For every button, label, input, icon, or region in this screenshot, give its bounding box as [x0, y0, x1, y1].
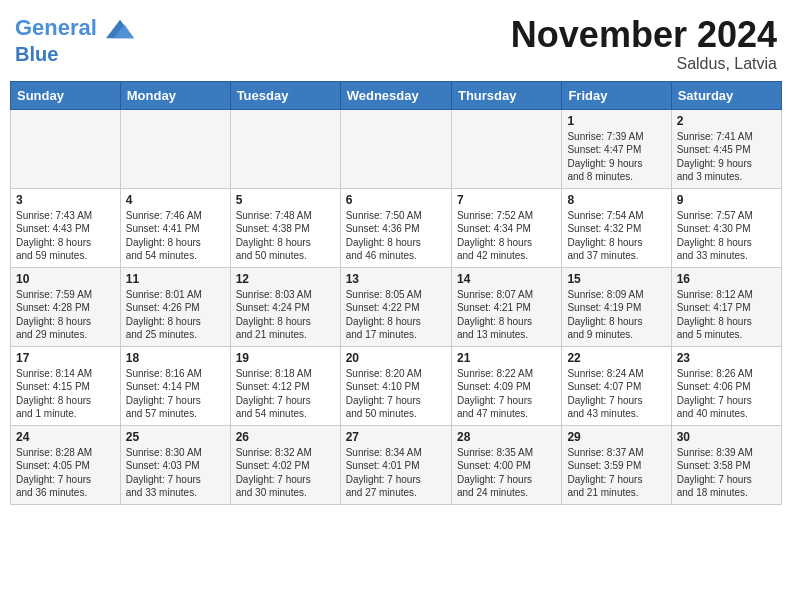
weekday-header-monday: Monday	[120, 81, 230, 109]
day-info: Sunrise: 7:48 AM Sunset: 4:38 PM Dayligh…	[236, 209, 335, 263]
day-info: Sunrise: 8:37 AM Sunset: 3:59 PM Dayligh…	[567, 446, 665, 500]
day-info: Sunrise: 8:28 AM Sunset: 4:05 PM Dayligh…	[16, 446, 115, 500]
calendar-cell: 14Sunrise: 8:07 AM Sunset: 4:21 PM Dayli…	[451, 267, 561, 346]
calendar-cell: 1Sunrise: 7:39 AM Sunset: 4:47 PM Daylig…	[562, 109, 671, 188]
day-info: Sunrise: 8:39 AM Sunset: 3:58 PM Dayligh…	[677, 446, 776, 500]
day-number: 8	[567, 193, 665, 207]
day-info: Sunrise: 8:24 AM Sunset: 4:07 PM Dayligh…	[567, 367, 665, 421]
day-info: Sunrise: 8:35 AM Sunset: 4:00 PM Dayligh…	[457, 446, 556, 500]
day-info: Sunrise: 7:54 AM Sunset: 4:32 PM Dayligh…	[567, 209, 665, 263]
day-number: 17	[16, 351, 115, 365]
week-row-5: 24Sunrise: 8:28 AM Sunset: 4:05 PM Dayli…	[11, 425, 782, 504]
day-number: 10	[16, 272, 115, 286]
calendar-cell	[120, 109, 230, 188]
calendar-cell: 13Sunrise: 8:05 AM Sunset: 4:22 PM Dayli…	[340, 267, 451, 346]
day-info: Sunrise: 7:46 AM Sunset: 4:41 PM Dayligh…	[126, 209, 225, 263]
day-info: Sunrise: 7:59 AM Sunset: 4:28 PM Dayligh…	[16, 288, 115, 342]
day-number: 5	[236, 193, 335, 207]
day-info: Sunrise: 7:41 AM Sunset: 4:45 PM Dayligh…	[677, 130, 776, 184]
calendar-cell: 21Sunrise: 8:22 AM Sunset: 4:09 PM Dayli…	[451, 346, 561, 425]
day-info: Sunrise: 8:26 AM Sunset: 4:06 PM Dayligh…	[677, 367, 776, 421]
day-number: 19	[236, 351, 335, 365]
weekday-header-row: SundayMondayTuesdayWednesdayThursdayFrid…	[11, 81, 782, 109]
day-info: Sunrise: 7:50 AM Sunset: 4:36 PM Dayligh…	[346, 209, 446, 263]
day-number: 15	[567, 272, 665, 286]
calendar-cell: 19Sunrise: 8:18 AM Sunset: 4:12 PM Dayli…	[230, 346, 340, 425]
day-number: 7	[457, 193, 556, 207]
calendar-cell: 12Sunrise: 8:03 AM Sunset: 4:24 PM Dayli…	[230, 267, 340, 346]
day-info: Sunrise: 8:22 AM Sunset: 4:09 PM Dayligh…	[457, 367, 556, 421]
day-info: Sunrise: 8:07 AM Sunset: 4:21 PM Dayligh…	[457, 288, 556, 342]
day-number: 24	[16, 430, 115, 444]
day-info: Sunrise: 7:52 AM Sunset: 4:34 PM Dayligh…	[457, 209, 556, 263]
calendar-cell: 27Sunrise: 8:34 AM Sunset: 4:01 PM Dayli…	[340, 425, 451, 504]
day-info: Sunrise: 8:34 AM Sunset: 4:01 PM Dayligh…	[346, 446, 446, 500]
calendar-cell: 7Sunrise: 7:52 AM Sunset: 4:34 PM Daylig…	[451, 188, 561, 267]
week-row-2: 3Sunrise: 7:43 AM Sunset: 4:43 PM Daylig…	[11, 188, 782, 267]
day-info: Sunrise: 8:09 AM Sunset: 4:19 PM Dayligh…	[567, 288, 665, 342]
day-number: 20	[346, 351, 446, 365]
week-row-3: 10Sunrise: 7:59 AM Sunset: 4:28 PM Dayli…	[11, 267, 782, 346]
logo-blue: Blue	[15, 43, 134, 65]
weekday-header-friday: Friday	[562, 81, 671, 109]
calendar-cell: 28Sunrise: 8:35 AM Sunset: 4:00 PM Dayli…	[451, 425, 561, 504]
day-number: 3	[16, 193, 115, 207]
weekday-header-tuesday: Tuesday	[230, 81, 340, 109]
calendar-cell: 5Sunrise: 7:48 AM Sunset: 4:38 PM Daylig…	[230, 188, 340, 267]
calendar-cell	[11, 109, 121, 188]
calendar-cell: 8Sunrise: 7:54 AM Sunset: 4:32 PM Daylig…	[562, 188, 671, 267]
calendar-cell: 24Sunrise: 8:28 AM Sunset: 4:05 PM Dayli…	[11, 425, 121, 504]
day-info: Sunrise: 8:18 AM Sunset: 4:12 PM Dayligh…	[236, 367, 335, 421]
calendar-cell: 30Sunrise: 8:39 AM Sunset: 3:58 PM Dayli…	[671, 425, 781, 504]
weekday-header-sunday: Sunday	[11, 81, 121, 109]
calendar-cell: 4Sunrise: 7:46 AM Sunset: 4:41 PM Daylig…	[120, 188, 230, 267]
day-info: Sunrise: 7:57 AM Sunset: 4:30 PM Dayligh…	[677, 209, 776, 263]
day-number: 13	[346, 272, 446, 286]
day-info: Sunrise: 8:20 AM Sunset: 4:10 PM Dayligh…	[346, 367, 446, 421]
logo-text: General	[15, 15, 134, 43]
calendar-cell: 17Sunrise: 8:14 AM Sunset: 4:15 PM Dayli…	[11, 346, 121, 425]
calendar-cell: 26Sunrise: 8:32 AM Sunset: 4:02 PM Dayli…	[230, 425, 340, 504]
calendar-cell: 9Sunrise: 7:57 AM Sunset: 4:30 PM Daylig…	[671, 188, 781, 267]
weekday-header-wednesday: Wednesday	[340, 81, 451, 109]
day-number: 16	[677, 272, 776, 286]
day-number: 6	[346, 193, 446, 207]
calendar-cell	[230, 109, 340, 188]
calendar-cell: 2Sunrise: 7:41 AM Sunset: 4:45 PM Daylig…	[671, 109, 781, 188]
calendar-cell: 20Sunrise: 8:20 AM Sunset: 4:10 PM Dayli…	[340, 346, 451, 425]
weekday-header-saturday: Saturday	[671, 81, 781, 109]
day-number: 23	[677, 351, 776, 365]
day-info: Sunrise: 8:12 AM Sunset: 4:17 PM Dayligh…	[677, 288, 776, 342]
day-number: 28	[457, 430, 556, 444]
calendar-cell: 16Sunrise: 8:12 AM Sunset: 4:17 PM Dayli…	[671, 267, 781, 346]
calendar-cell: 10Sunrise: 7:59 AM Sunset: 4:28 PM Dayli…	[11, 267, 121, 346]
day-info: Sunrise: 8:30 AM Sunset: 4:03 PM Dayligh…	[126, 446, 225, 500]
calendar-cell: 29Sunrise: 8:37 AM Sunset: 3:59 PM Dayli…	[562, 425, 671, 504]
week-row-1: 1Sunrise: 7:39 AM Sunset: 4:47 PM Daylig…	[11, 109, 782, 188]
calendar-table: SundayMondayTuesdayWednesdayThursdayFrid…	[10, 81, 782, 505]
day-number: 9	[677, 193, 776, 207]
day-info: Sunrise: 8:14 AM Sunset: 4:15 PM Dayligh…	[16, 367, 115, 421]
day-number: 2	[677, 114, 776, 128]
day-info: Sunrise: 8:05 AM Sunset: 4:22 PM Dayligh…	[346, 288, 446, 342]
day-number: 29	[567, 430, 665, 444]
day-info: Sunrise: 8:16 AM Sunset: 4:14 PM Dayligh…	[126, 367, 225, 421]
day-number: 25	[126, 430, 225, 444]
day-number: 18	[126, 351, 225, 365]
location: Saldus, Latvia	[511, 55, 777, 73]
calendar-cell: 3Sunrise: 7:43 AM Sunset: 4:43 PM Daylig…	[11, 188, 121, 267]
day-info: Sunrise: 7:43 AM Sunset: 4:43 PM Dayligh…	[16, 209, 115, 263]
calendar-cell: 25Sunrise: 8:30 AM Sunset: 4:03 PM Dayli…	[120, 425, 230, 504]
calendar-cell: 18Sunrise: 8:16 AM Sunset: 4:14 PM Dayli…	[120, 346, 230, 425]
calendar-cell	[451, 109, 561, 188]
day-number: 1	[567, 114, 665, 128]
calendar-cell: 6Sunrise: 7:50 AM Sunset: 4:36 PM Daylig…	[340, 188, 451, 267]
day-number: 30	[677, 430, 776, 444]
day-number: 14	[457, 272, 556, 286]
day-info: Sunrise: 8:01 AM Sunset: 4:26 PM Dayligh…	[126, 288, 225, 342]
day-number: 4	[126, 193, 225, 207]
page-header: General Blue November 2024 Saldus, Latvi…	[10, 10, 782, 73]
logo-icon	[106, 15, 134, 43]
weekday-header-thursday: Thursday	[451, 81, 561, 109]
day-number: 26	[236, 430, 335, 444]
